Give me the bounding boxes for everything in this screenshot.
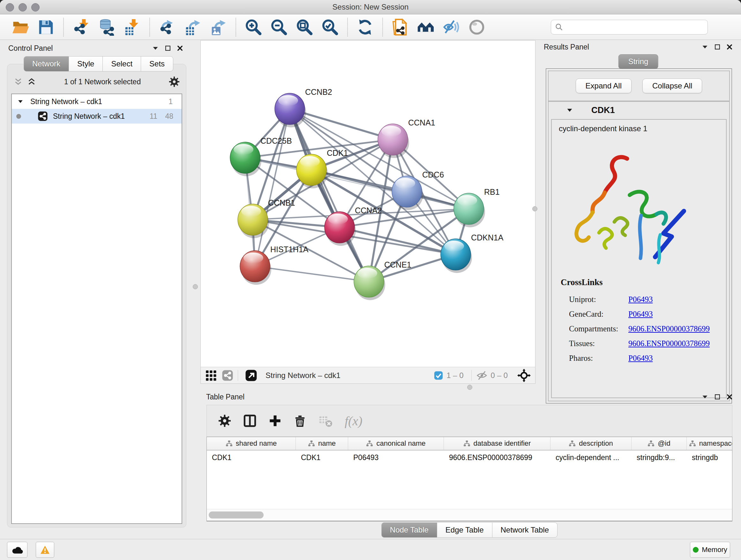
expand-all-networks-icon[interactable] <box>27 77 36 86</box>
column-header-label: database identifier <box>474 439 531 448</box>
right-splitter-handle[interactable] <box>532 206 537 211</box>
panel-menu-caret-icon[interactable] <box>701 393 709 400</box>
crosslink-label: Tissues: <box>569 339 628 348</box>
panel-close-icon[interactable] <box>726 394 733 400</box>
table-row[interactable]: CDK1CDK1P064939606.ENSP00000378699cyclin… <box>207 450 732 464</box>
column-attr-icon <box>463 440 470 447</box>
show-columns-icon[interactable] <box>243 414 257 428</box>
import-table-icon[interactable] <box>124 18 141 36</box>
open-in-window-icon[interactable] <box>245 369 257 381</box>
node-label: CDKN1A <box>471 233 503 242</box>
tab-edge-table[interactable]: Edge Table <box>437 522 492 538</box>
bottom-splitter-handle[interactable] <box>467 385 472 390</box>
table-options-gear-icon[interactable] <box>218 415 231 427</box>
column-attr-icon <box>226 440 232 447</box>
panel-float-icon[interactable] <box>714 394 721 400</box>
node-label: CDC25B <box>260 136 292 145</box>
zoom-out-icon[interactable] <box>270 18 287 36</box>
column-header-name[interactable]: name <box>296 437 348 450</box>
export-network-icon[interactable] <box>158 18 176 36</box>
create-column-plus-icon[interactable] <box>269 415 281 427</box>
network-edge[interactable] <box>255 266 369 282</box>
tab-node-table[interactable]: Node Table <box>381 522 437 538</box>
cloud-button[interactable] <box>7 542 27 558</box>
birdseye-grid-icon[interactable] <box>205 370 217 381</box>
network-node-count: 11 <box>150 112 157 121</box>
panel-menu-caret-icon[interactable] <box>152 45 159 52</box>
network-edge[interactable] <box>290 109 369 282</box>
import-database-icon[interactable] <box>98 18 115 36</box>
export-image-icon[interactable] <box>210 18 227 36</box>
panel-menu-caret-icon[interactable] <box>701 44 709 51</box>
column-header-namespace[interactable]: namespace <box>687 437 732 450</box>
export-table-icon[interactable] <box>184 18 201 36</box>
tab-network[interactable]: Network <box>23 56 69 71</box>
tab-select[interactable]: Select <box>103 56 141 71</box>
selected-checkbox-icon[interactable] <box>434 371 443 380</box>
toolbar-divider <box>149 18 150 37</box>
gene-description: cyclin-dependent kinase 1 <box>559 124 648 133</box>
memory-button[interactable]: Memory <box>690 542 730 558</box>
tab-style[interactable]: Style <box>69 56 103 71</box>
search-icon <box>555 23 563 31</box>
crosslink-value-link[interactable]: P06493 <box>628 295 653 304</box>
network-node-RB1[interactable]: RB1 <box>454 187 500 227</box>
crosslink-row: GeneCard:P06493 <box>569 307 723 321</box>
table-cell: CDK1 <box>296 450 348 464</box>
network-share-gray-icon[interactable] <box>222 370 233 381</box>
string-home-icon[interactable] <box>417 18 434 36</box>
column-header-database-identifier[interactable]: database identifier <box>444 437 550 450</box>
panel-float-icon[interactable] <box>714 44 721 50</box>
zoom-fit-icon[interactable] <box>296 18 313 36</box>
gene-collapse-caret-icon[interactable] <box>566 107 573 113</box>
crosslinks-title: CrossLinks <box>561 277 603 287</box>
zoom-in-icon[interactable] <box>245 18 262 36</box>
zoom-selected-icon[interactable] <box>321 18 339 36</box>
birdseye-toggle-icon[interactable] <box>517 369 531 382</box>
annotations-eye-icon[interactable] <box>443 18 460 36</box>
collapse-all-networks-icon[interactable] <box>14 77 23 86</box>
collection-collapse-caret-icon[interactable] <box>17 99 23 105</box>
network-row-selected[interactable]: String Network – cdk1 11 48 <box>12 109 182 124</box>
delete-column-trash-icon[interactable] <box>293 415 307 427</box>
tab-sets[interactable]: Sets <box>141 56 173 71</box>
network-collection-label: String Network – cdk1 <box>30 98 102 106</box>
left-splitter-handle[interactable] <box>193 284 198 289</box>
crosslink-value-link[interactable]: P06493 <box>628 354 653 363</box>
search-box[interactable] <box>551 20 708 35</box>
grey-sphere-icon[interactable] <box>468 18 485 36</box>
column-header-description[interactable]: description <box>550 437 631 450</box>
expand-all-button[interactable]: Expand All <box>576 78 631 93</box>
help-button[interactable] <box>717 19 733 36</box>
crosslink-label: Pharos: <box>569 354 628 363</box>
import-network-icon[interactable] <box>72 18 90 36</box>
crosslink-value-link[interactable]: 9606.ENSP00000378699 <box>628 324 710 333</box>
document-share-icon[interactable] <box>392 18 409 36</box>
scrollbar-thumb[interactable] <box>209 511 264 518</box>
network-canvas[interactable]: CCNB2 CCNA1 CDC25B CDK1 CDC6 RB1 CCNB1 C… <box>201 41 535 367</box>
collapse-all-button[interactable]: Collapse All <box>643 78 702 93</box>
network-options-gear-icon[interactable] <box>169 76 180 87</box>
panel-close-icon[interactable] <box>177 45 183 51</box>
panel-float-icon[interactable] <box>165 45 171 51</box>
open-folder-icon[interactable] <box>12 18 29 36</box>
search-input[interactable] <box>566 23 704 32</box>
crosslink-value-link[interactable]: 9606.ENSP00000378699 <box>628 339 710 348</box>
gene-symbol: CDK1 <box>591 105 615 115</box>
column-header-shared-name[interactable]: shared name <box>207 437 296 450</box>
network-node-CDK1[interactable]: CDK1 <box>296 148 348 188</box>
column-header-canonical-name[interactable]: canonical name <box>348 437 444 450</box>
column-header--id[interactable]: @id <box>631 437 687 450</box>
save-icon[interactable] <box>37 18 55 36</box>
panel-close-icon[interactable] <box>726 44 733 50</box>
tab-network-table[interactable]: Network Table <box>492 522 558 538</box>
crosslink-value-link[interactable]: P06493 <box>628 310 653 319</box>
warnings-button[interactable] <box>36 542 54 558</box>
network-node-CDKN1A[interactable]: CDKN1A <box>441 233 503 273</box>
table-cell: stringdb:9... <box>631 450 687 464</box>
tab-string[interactable]: String <box>618 54 658 69</box>
network-node-HIST1H1A[interactable]: HIST1H1A <box>240 245 309 285</box>
network-collection-row[interactable]: String Network – cdk1 1 <box>12 94 182 109</box>
refresh-icon[interactable] <box>356 18 374 36</box>
table-horizontal-scrollbar[interactable] <box>207 509 732 521</box>
